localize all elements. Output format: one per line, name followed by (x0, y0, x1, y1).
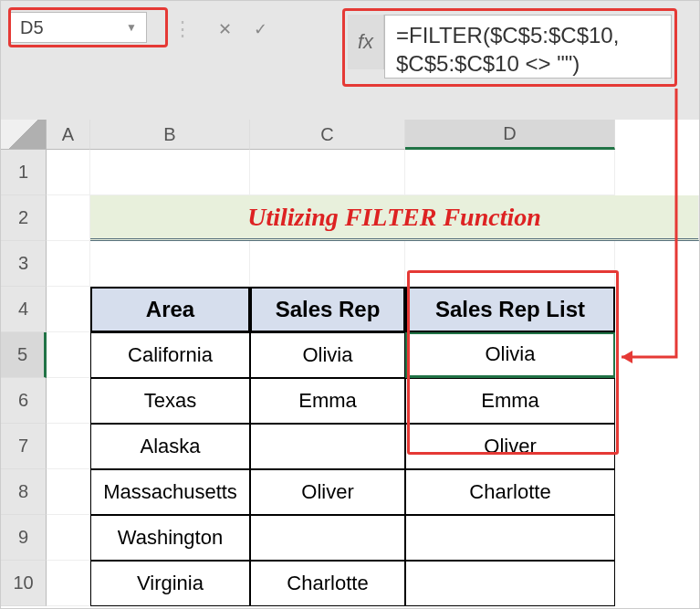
cell-area[interactable]: Washington (90, 515, 250, 561)
cell[interactable] (250, 241, 405, 287)
row-header-10[interactable]: 10 (1, 561, 47, 606)
row-header-2[interactable]: 2 (1, 195, 47, 241)
cell[interactable] (47, 287, 90, 332)
cell[interactable] (47, 561, 90, 606)
name-box-value: D5 (20, 17, 126, 38)
fx-label[interactable]: fx (348, 15, 384, 69)
cell-list[interactable]: Charlotte (405, 469, 615, 515)
cell[interactable] (47, 469, 90, 515)
col-header-b[interactable]: B (90, 120, 250, 150)
cell-rep[interactable]: Oliver (250, 469, 405, 515)
cell[interactable] (47, 378, 90, 424)
cell-rep[interactable]: Olivia (250, 332, 405, 378)
cell-list[interactable] (405, 515, 615, 561)
formula-text-line1: =FILTER($C$5:$C$10, (396, 21, 660, 49)
cell[interactable] (47, 332, 90, 378)
cell[interactable] (47, 424, 90, 469)
cells-grid: Utilizing FILTER Function AreaSales RepS… (47, 150, 699, 606)
cell-list-selected[interactable]: Olivia (405, 332, 615, 378)
cell[interactable] (405, 241, 615, 287)
row-header-1[interactable]: 1 (1, 150, 47, 195)
cell-rep[interactable]: Charlotte (250, 561, 405, 606)
cell-list[interactable] (405, 561, 615, 606)
cell-rep[interactable]: Emma (250, 378, 405, 424)
cell-area[interactable]: Massachusetts (90, 469, 250, 515)
select-all-corner[interactable] (1, 120, 47, 150)
header-rep[interactable]: Sales Rep (250, 287, 405, 332)
cancel-formula-button[interactable]: ✕ (210, 14, 241, 45)
row-header-4[interactable]: 4 (1, 287, 47, 332)
header-area[interactable]: Area (90, 287, 250, 332)
col-header-a[interactable]: A (47, 120, 90, 150)
cell-area[interactable]: Alaska (90, 424, 250, 469)
row-header-5[interactable]: 5 (1, 332, 47, 378)
cell-list[interactable]: Oliver (405, 424, 615, 469)
title-cell[interactable]: Utilizing FILTER Function (90, 195, 699, 241)
formula-text-line2: $C$5:$C$10 <> "") (396, 49, 660, 78)
cell-area[interactable]: Virginia (90, 561, 250, 606)
col-header-d[interactable]: D (405, 120, 615, 150)
row-header-8[interactable]: 8 (1, 469, 47, 515)
cell[interactable] (47, 241, 90, 287)
cell-rep[interactable] (250, 515, 405, 561)
cell-area[interactable]: California (90, 332, 250, 378)
cell[interactable] (47, 515, 90, 561)
dropdown-arrow-icon[interactable]: ▼ (126, 21, 137, 34)
column-headers: A B C D (47, 120, 699, 150)
cell[interactable] (405, 150, 615, 195)
name-box[interactable]: D5 ▼ (10, 12, 147, 43)
row-headers: 1 2 3 4 5 6 7 8 9 10 (1, 120, 47, 608)
row-header-6[interactable]: 6 (1, 378, 47, 424)
cell[interactable] (47, 150, 90, 195)
header-list[interactable]: Sales Rep List (405, 287, 615, 332)
col-header-c[interactable]: C (250, 120, 405, 150)
cell[interactable] (90, 150, 250, 195)
enter-formula-button[interactable]: ✓ (245, 14, 276, 45)
row-header-7[interactable]: 7 (1, 424, 47, 469)
cell[interactable] (90, 241, 250, 287)
formula-bar[interactable]: =FILTER($C$5:$C$10, $C$5:$C$10 <> "") (384, 15, 672, 79)
cell[interactable] (250, 150, 405, 195)
ribbon-area: D5 ▼ ⋮ ✕ ✓ fx =FILTER($C$5:$C$10, $C$5:$… (1, 1, 699, 120)
spreadsheet: 1 2 3 4 5 6 7 8 9 10 A B C D Utilizing F… (1, 120, 699, 608)
row-header-3[interactable]: 3 (1, 241, 47, 287)
cell[interactable] (47, 195, 90, 241)
cell-rep[interactable] (250, 424, 405, 469)
cell-list[interactable]: Emma (405, 378, 615, 424)
cell-area[interactable]: Texas (90, 378, 250, 424)
separator-icon: ⋮ (172, 17, 193, 41)
row-header-9[interactable]: 9 (1, 515, 47, 561)
